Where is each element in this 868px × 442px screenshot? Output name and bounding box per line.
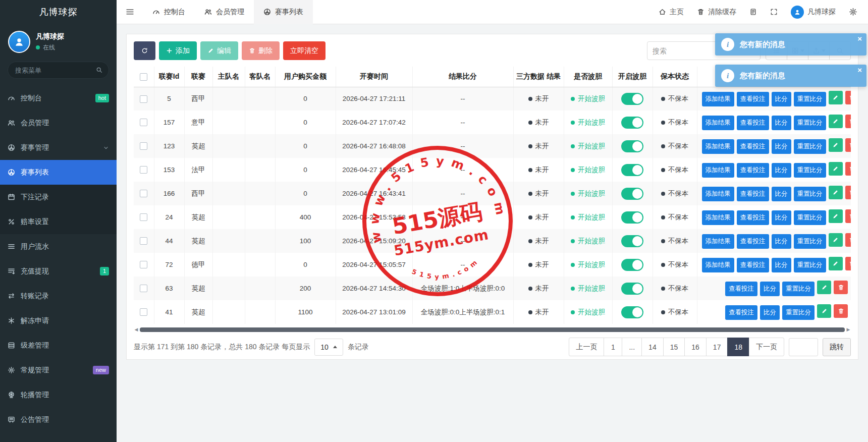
scrollbar-thumb[interactable] [140,327,845,332]
view-bets-button[interactable]: 查看投注 [737,116,769,130]
reset-score-button[interactable]: 重置比分 [782,305,815,320]
prev-page-button[interactable]: 上一页 [569,338,604,356]
delete-row-button[interactable] [845,257,851,270]
bodan-toggle[interactable] [621,93,643,105]
edit-row-button[interactable] [829,257,843,270]
add-result-button[interactable]: 添加结果 [702,116,734,130]
sidebar-search-input[interactable] [8,62,109,79]
reset-score-button[interactable]: 重置比分 [794,210,826,225]
page-button-14[interactable]: 14 [641,338,664,356]
sidebar-item-carousel-manage[interactable]: 轮播管理 [0,382,117,407]
edit-row-button[interactable] [829,162,843,176]
close-icon[interactable]: × [857,35,862,42]
view-bets-button[interactable]: 查看投注 [737,163,769,178]
edit-button[interactable]: 编辑 [200,41,238,60]
delete-button[interactable]: 删除 [242,41,280,60]
row-checkbox[interactable] [140,142,147,150]
delete-row-button[interactable] [845,186,851,199]
delete-row-button[interactable] [845,209,851,223]
bodan-toggle[interactable] [621,259,643,271]
add-result-button[interactable]: 添加结果 [702,163,734,178]
sidebar-item-user-flow[interactable]: 用户流水 [0,234,117,259]
bodan-toggle[interactable] [621,283,643,295]
add-result-button[interactable]: 添加结果 [702,210,734,225]
score-button[interactable]: 比分 [772,187,791,201]
clear-cache-link[interactable]: 清除缓存 [690,0,743,24]
edit-row-button[interactable] [829,209,843,223]
row-checkbox[interactable] [140,213,147,221]
edit-row-button[interactable] [817,304,831,318]
sidebar-item-bet-records[interactable]: 下注记录 [0,185,117,209]
sidebar-item-matches[interactable]: 赛事管理 [0,135,117,160]
fullscreen-button[interactable] [764,0,784,24]
sidebar-item-recharge-withdraw[interactable]: 充值提现1 [0,259,117,284]
view-bets-button[interactable]: 查看投注 [725,282,757,296]
edit-row-button[interactable] [829,115,843,128]
bodan-toggle[interactable] [621,164,643,176]
reset-score-button[interactable]: 重置比分 [794,234,826,249]
reset-score-button[interactable]: 重置比分 [782,282,815,296]
avatar[interactable] [8,31,30,53]
row-checkbox[interactable] [140,190,147,197]
bodan-toggle[interactable] [621,306,643,318]
bodan-toggle[interactable] [621,117,643,129]
refresh-button[interactable] [134,41,155,60]
row-checkbox[interactable] [140,237,147,245]
settings-menu[interactable] [842,0,864,24]
score-button[interactable]: 比分 [772,258,791,272]
view-bets-button[interactable]: 查看投注 [737,210,769,225]
sidebar-item-level-manage[interactable]: 级差管理 [0,333,117,358]
edit-row-button[interactable] [829,233,843,247]
reset-score-button[interactable]: 重置比分 [794,187,826,201]
add-result-button[interactable]: 添加结果 [702,139,734,154]
tab-match-list[interactable]: 赛事列表 [254,0,313,24]
sidebar-item-announcement-manage[interactable]: 公告管理 [0,407,117,432]
delete-row-button[interactable] [845,162,851,176]
sidebar-item-unfreeze-requests[interactable]: 解冻申请 [0,308,117,333]
view-bets-button[interactable]: 查看投注 [737,258,769,272]
bodan-toggle[interactable] [621,188,643,200]
view-bets-button[interactable]: 查看投注 [737,139,769,154]
row-checkbox[interactable] [140,285,147,292]
sidebar-item-odds-settings[interactable]: 赔率设置 [0,209,117,234]
horizontal-scrollbar[interactable]: ◀ ▶ [134,327,851,332]
delete-row-button[interactable] [845,138,851,152]
page-button-1[interactable]: 1 [604,338,622,356]
docs-button[interactable] [743,0,764,24]
reset-score-button[interactable]: 重置比分 [794,139,826,154]
view-bets-button[interactable]: 查看投注 [737,187,769,201]
user-menu[interactable]: 凡博球探 [784,0,842,24]
page-button-17[interactable]: 17 [706,338,728,356]
edit-row-button[interactable] [829,138,843,152]
score-button[interactable]: 比分 [760,282,780,296]
reset-score-button[interactable]: 重置比分 [794,258,826,272]
bodan-toggle[interactable] [621,235,643,247]
sidebar-item-match-list[interactable]: 赛事列表 [0,160,117,185]
scroll-left-arrow[interactable]: ◀ [134,327,139,332]
reset-score-button[interactable]: 重置比分 [794,116,826,130]
page-jump-input[interactable] [789,338,818,356]
close-icon[interactable]: × [857,66,862,74]
tab-console[interactable]: 控制台 [143,0,195,24]
view-bets-button[interactable]: 查看投注 [737,234,769,249]
score-button[interactable]: 比分 [772,116,791,130]
score-button[interactable]: 比分 [772,139,791,154]
clear-all-button[interactable]: 立即清空 [283,41,326,60]
score-button[interactable]: 比分 [772,234,791,249]
home-link[interactable]: 主页 [652,0,690,24]
score-button[interactable]: 比分 [772,210,791,225]
edit-row-button[interactable] [817,281,831,294]
reset-score-button[interactable]: 重置比分 [794,163,826,178]
page-button-15[interactable]: 15 [663,338,685,356]
sidebar-item-members[interactable]: 会员管理 [0,111,117,135]
sidebar-item-general-manage[interactable]: 常规管理new [0,358,117,382]
delete-row-button[interactable] [834,304,848,318]
add-result-button[interactable]: 添加结果 [702,234,734,249]
add-result-button[interactable]: 添加结果 [702,187,734,201]
page-jump-button[interactable]: 跳转 [823,338,851,356]
row-checkbox[interactable] [140,308,147,316]
page-size-select[interactable]: 10 [314,339,343,356]
view-bets-button[interactable]: 查看投注 [725,305,757,320]
delete-row-button[interactable] [845,233,851,247]
delete-row-button[interactable] [845,115,851,128]
